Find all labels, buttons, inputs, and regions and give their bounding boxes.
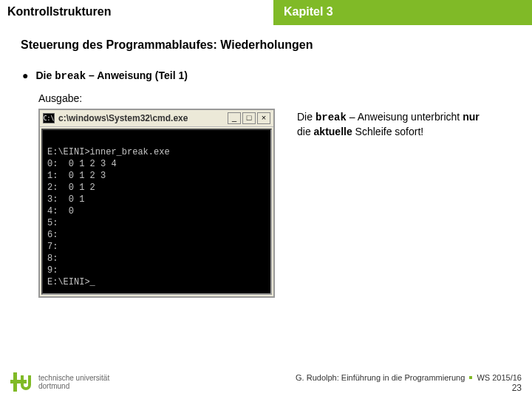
section-title: Steuerung des Programmablaufes: Wiederho… bbox=[21, 38, 511, 52]
separator-dot-icon bbox=[469, 376, 472, 379]
bullet-item: ● Die break – Anweisung (Teil 1) bbox=[21, 69, 511, 82]
slide-number: 23 bbox=[296, 383, 522, 393]
footer-author: G. Rudolph: Einführung in die Programmie… bbox=[296, 373, 465, 382]
cmd-body: E:\EINI>inner_break.exe 0: 0 1 2 3 4 1: … bbox=[41, 129, 272, 295]
header-right: Kapitel 3 bbox=[273, 0, 532, 25]
footer-right: G. Rudolph: Einführung in die Programmie… bbox=[296, 373, 522, 393]
cmd-title: c:\windows\System32\cmd.exe bbox=[58, 113, 228, 123]
output-label: Ausgabe: bbox=[21, 92, 511, 104]
note-strong2: aktuelle bbox=[314, 126, 352, 137]
cmd-window-buttons: _ □ × bbox=[228, 112, 270, 124]
header: Kontrollstrukturen Kapitel 3 bbox=[0, 0, 532, 25]
tu-line2: dortmund bbox=[38, 382, 109, 390]
note-mid2: die bbox=[297, 126, 314, 137]
bullet-pre: Die bbox=[35, 69, 55, 81]
bullet-code: break bbox=[55, 70, 86, 82]
header-left: Kontrollstrukturen bbox=[0, 0, 273, 25]
cmd-titlebar: C:\ c:\windows\System32\cmd.exe _ □ × bbox=[40, 110, 273, 127]
bullet-marker: ● bbox=[22, 69, 28, 81]
bullet-text: Die break – Anweisung (Teil 1) bbox=[35, 69, 187, 82]
cmd-window: C:\ c:\windows\System32\cmd.exe _ □ × E:… bbox=[38, 109, 275, 298]
two-column: C:\ c:\windows\System32\cmd.exe _ □ × E:… bbox=[21, 109, 511, 298]
footer-term: WS 2015/16 bbox=[477, 373, 522, 382]
bullet-post: – Anweisung (Teil 1) bbox=[86, 69, 188, 81]
minimize-button[interactable]: _ bbox=[228, 112, 241, 124]
note-strong1: nur bbox=[463, 111, 480, 123]
slide-content: Steuerung des Programmablaufes: Wiederho… bbox=[0, 25, 532, 298]
side-note: Die break – Anweisung unterbricht nur di… bbox=[297, 109, 489, 298]
note-pre: Die bbox=[297, 111, 316, 123]
note-code: break bbox=[316, 112, 347, 123]
tu-mark-icon bbox=[10, 371, 33, 393]
tu-line1: technische universität bbox=[38, 374, 109, 382]
note-post: Schleife sofort! bbox=[352, 126, 424, 137]
close-button[interactable]: × bbox=[257, 112, 270, 124]
tu-text: technische universität dortmund bbox=[38, 374, 109, 390]
maximize-button[interactable]: □ bbox=[242, 112, 256, 124]
footer-credit: G. Rudolph: Einführung in die Programmie… bbox=[296, 373, 522, 382]
cmd-icon: C:\ bbox=[43, 113, 55, 123]
note-mid: – Anweisung unterbricht bbox=[347, 111, 463, 123]
tu-logo: technische universität dortmund bbox=[10, 371, 109, 393]
footer: technische universität dortmund G. Rudol… bbox=[0, 371, 532, 393]
